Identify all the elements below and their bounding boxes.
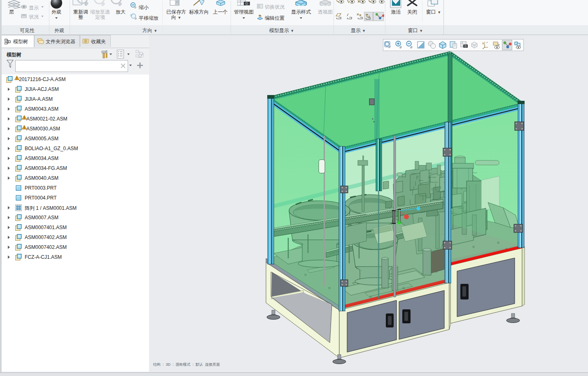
- svg-text:x: x: [260, 15, 261, 17]
- svg-text:结构 : 3D : 固有模式 : 默认 连接原: 结构 : 3D : 固有模式 : 默认 连接原面: [153, 362, 220, 367]
